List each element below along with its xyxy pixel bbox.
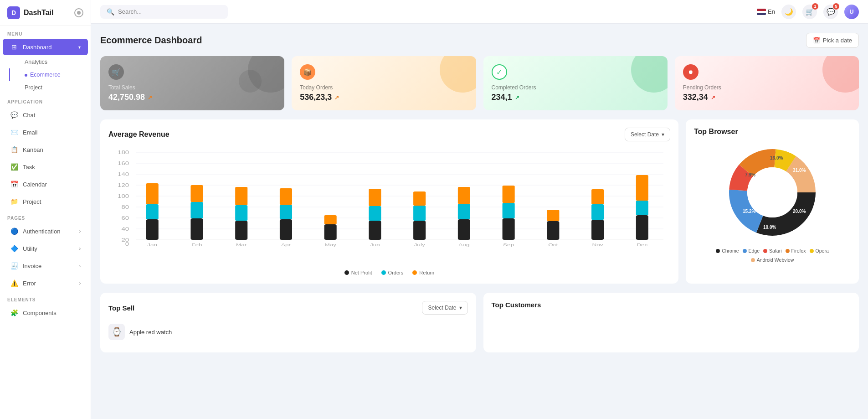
top-browser-title: Top Browser [694, 128, 851, 136]
svg-rect-47 [458, 219, 470, 240]
svg-rect-63 [636, 215, 648, 240]
completed-arrow: ↗ [515, 94, 519, 101]
legend-dot-firefox [786, 249, 790, 253]
svg-rect-25 [190, 185, 203, 202]
legend-dot-safari [763, 249, 767, 253]
legend-chrome: Chrome [716, 248, 739, 253]
nav-item-chat[interactable]: 💬 Chat [3, 107, 88, 123]
svg-rect-23 [190, 218, 203, 240]
svg-rect-51 [503, 218, 515, 240]
nav-item-error[interactable]: ⚠️ Error › [3, 275, 88, 291]
pages-section-label: PAGES [0, 210, 91, 222]
record-button[interactable] [74, 8, 83, 17]
task-icon: ✅ [10, 163, 18, 171]
logo-icon: D [7, 6, 20, 19]
svg-rect-21 [146, 183, 159, 204]
invoice-icon: 🧾 [10, 262, 18, 270]
pending-value: 332,34 ↗ [683, 93, 851, 102]
top-customers-title: Top Customers [492, 301, 541, 309]
svg-rect-55 [547, 221, 559, 240]
svg-text:Aug: Aug [458, 243, 469, 247]
messages-button[interactable]: 💬 5 [823, 5, 838, 19]
legend-firefox: Firefox [786, 248, 806, 253]
app-name: DashTail [24, 9, 54, 17]
nav-item-components[interactable]: 🧩 Components [3, 305, 88, 321]
svg-text:0: 0 [125, 242, 129, 247]
svg-text:15.2%: 15.2% [743, 209, 755, 214]
nav-item-project[interactable]: 📁 Project [3, 193, 88, 210]
legend-opera: Opera [810, 248, 829, 253]
menu-section-label: MENU [0, 26, 91, 38]
svg-rect-20 [146, 204, 159, 219]
svg-text:140: 140 [118, 172, 129, 177]
nav-item-invoice[interactable]: 🧾 Invoice › [3, 258, 88, 274]
chat-label: Chat [23, 112, 35, 119]
svg-rect-43 [413, 221, 426, 240]
utility-label: Utility [23, 245, 37, 252]
notification-bell[interactable]: 🛒 1 [802, 5, 817, 19]
pending-icon: ⏺ [683, 64, 699, 80]
svg-text:Sep: Sep [503, 243, 514, 247]
user-avatar[interactable]: U [844, 5, 859, 19]
top-sell-card: Top Sell Select Date ▾ ⌚ Apple red watch [100, 293, 476, 352]
bottom-cards: Top Sell Select Date ▾ ⌚ Apple red watch… [100, 293, 859, 352]
nav-item-kanban[interactable]: 📋 Kanban [3, 141, 88, 158]
sub-item-project[interactable]: Project [9, 81, 91, 94]
nav-item-authentication[interactable]: 🔵 Authentication › [3, 223, 88, 239]
svg-rect-60 [591, 204, 604, 220]
svg-rect-40 [369, 206, 381, 221]
total-sales-value: 42,750.98 ↗ [108, 93, 276, 102]
svg-text:10.0%: 10.0% [763, 225, 776, 230]
svg-text:Dec: Dec [637, 243, 647, 247]
svg-rect-29 [235, 187, 247, 205]
svg-rect-44 [413, 206, 426, 221]
avg-revenue-select-date[interactable]: Select Date ▾ [625, 128, 670, 141]
nav-item-calendar[interactable]: 📅 Calendar [3, 176, 88, 192]
svg-rect-39 [369, 221, 381, 240]
svg-rect-24 [190, 202, 203, 218]
search-bar[interactable]: 🔍 [100, 5, 228, 19]
main-content: Ecommerce Dashboard 📅 Pick a date 🛒 Tota… [91, 24, 868, 419]
nav-item-task[interactable]: ✅ Task [3, 159, 88, 175]
top-sell-date-chevron: ▾ [459, 305, 462, 311]
pending-arrow: ↗ [711, 94, 715, 101]
theme-toggle[interactable]: 🌙 [781, 5, 796, 19]
top-sell-select-date[interactable]: Select Date ▾ [422, 301, 467, 315]
kanban-label: Kanban [23, 146, 43, 153]
nav-item-email[interactable]: ✉️ Email [3, 124, 88, 140]
svg-text:16.0%: 16.0% [770, 155, 783, 160]
donut-svg: 31.0% 20.0% 10.0% 15.2% 7.9% 16.0% [722, 142, 822, 243]
topbar-right: En 🌙 🛒 1 💬 5 U [757, 5, 859, 19]
svg-rect-49 [458, 187, 470, 204]
utility-icon: 🔷 [10, 244, 18, 253]
task-label: Task [23, 164, 35, 171]
svg-rect-59 [591, 220, 604, 240]
top-browser-card: Top Browser [686, 119, 859, 284]
search-input[interactable] [118, 8, 209, 15]
legend-dot-net-profit [344, 270, 349, 275]
svg-text:20.0%: 20.0% [793, 209, 806, 214]
svg-rect-27 [235, 221, 247, 240]
chevron-down-icon: ▾ [78, 45, 81, 50]
auth-chevron-icon: › [79, 229, 81, 234]
svg-rect-33 [280, 188, 292, 205]
language-selector[interactable]: En [757, 8, 775, 15]
legend-return: Return [412, 270, 434, 275]
nav-item-dashboard[interactable]: ⊞ Dashboard ▾ [3, 39, 88, 55]
svg-rect-64 [636, 201, 648, 215]
svg-text:July: July [414, 243, 425, 247]
list-item: ⌚ Apple red watch [108, 320, 468, 344]
application-section-label: APPLICATION [0, 94, 91, 106]
sub-item-ecommerce[interactable]: Ecommerce [9, 68, 91, 81]
pick-date-button[interactable]: 📅 Pick a date [806, 33, 859, 48]
svg-text:Jun: Jun [370, 243, 380, 247]
dashboard-label: Dashboard [23, 44, 52, 51]
product-name: Apple red watch [129, 329, 172, 336]
top-sell-date-label: Select Date [428, 305, 456, 311]
select-date-chevron: ▾ [662, 131, 664, 138]
stat-card-completed: ✓ Completed Orders 234,1 ↗ [483, 56, 668, 110]
error-icon: ⚠️ [10, 279, 18, 287]
dashboard-icon: ⊞ [10, 43, 18, 51]
sub-item-analytics[interactable]: Analytics [9, 56, 91, 68]
nav-item-utility[interactable]: 🔷 Utility › [3, 240, 88, 257]
